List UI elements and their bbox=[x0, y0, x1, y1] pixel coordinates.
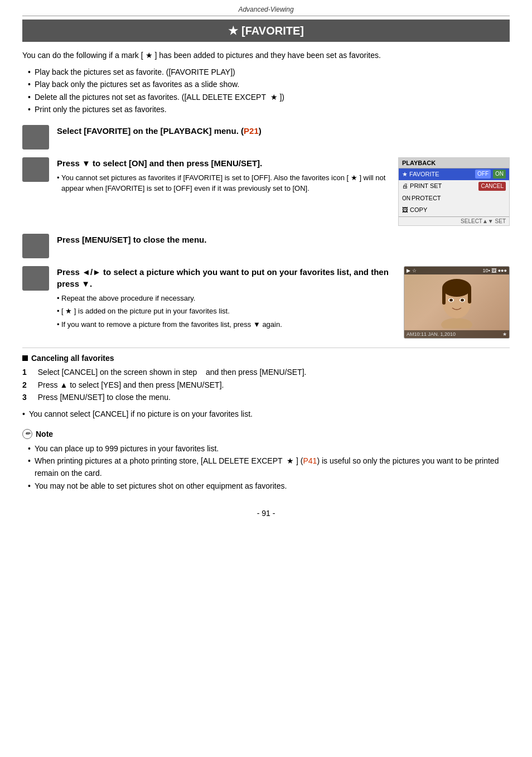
canceling-steps-list: 1 Select [CANCEL] on the screen shown in… bbox=[22, 366, 510, 403]
step2-title: Press ▼ to select [ON] and then press [M… bbox=[57, 157, 389, 169]
menu-item-label: ★ FAVORITE bbox=[402, 170, 475, 180]
step4-left: Press ◄/► to select a picture which you … bbox=[22, 266, 395, 340]
black-square-icon bbox=[22, 355, 28, 361]
step1-link: P21 bbox=[244, 126, 259, 136]
photo-bottom-left: AM10:11 JAN. 1,2010 bbox=[407, 331, 456, 337]
page-header: Advanced-Viewing bbox=[22, 6, 510, 13]
step3-content: Press [MENU/SET] to close the menu. bbox=[57, 234, 510, 249]
list-item: 1 Select [CANCEL] on the screen shown in… bbox=[22, 366, 510, 378]
list-item: 3 Press [MENU/SET] to close the menu. bbox=[22, 391, 510, 403]
menu-item-copy: 🖼 COPY bbox=[399, 204, 509, 216]
note-icon: ✏ bbox=[22, 429, 32, 439]
canceling-section: Canceling all favorites 1 Select [CANCEL… bbox=[22, 354, 510, 420]
step4-content: Press ◄/► to select a picture which you … bbox=[57, 266, 395, 332]
photo-bottom-right: ★ bbox=[502, 331, 507, 337]
section-title: [FAVORITE] bbox=[241, 25, 304, 37]
photo-area: ▶ ☆ 10▪ 🖼 ●●● AM10:11 JAN. 1,2010 ★ bbox=[404, 267, 509, 338]
photo-top-right: 10▪ 🖼 ●●● bbox=[482, 268, 507, 273]
menu-item-on-value: ON bbox=[493, 170, 506, 179]
menu-item-printset: 🖨 PRINT SET CANCEL bbox=[399, 180, 509, 192]
step2-note: You cannot set pictures as favorites if … bbox=[57, 172, 389, 194]
canceling-title-text: Canceling all favorites bbox=[31, 354, 114, 363]
list-item: When printing pictures at a photo printi… bbox=[28, 455, 510, 480]
step1-icon bbox=[22, 125, 49, 150]
svg-point-2 bbox=[442, 279, 471, 297]
list-item: Play back only the pictures set as favor… bbox=[28, 78, 510, 90]
step1-content: Select [FAVORITE] on the [PLAYBACK] menu… bbox=[57, 125, 510, 140]
page-wrapper: Advanced-Viewing ★[FAVORITE] You can do … bbox=[0, 0, 532, 757]
list-item: You may not be able to set pictures shot… bbox=[28, 480, 510, 492]
step2-container: Press ▼ to select [ON] and then press [M… bbox=[22, 157, 510, 226]
face-svg bbox=[434, 276, 479, 329]
photo-bottom: AM10:11 JAN. 1,2010 ★ bbox=[404, 330, 509, 338]
menu-screenshot: PLAYBACK ★ FAVORITE OFF ON 🖨 PRINT SET C… bbox=[398, 157, 510, 226]
step4-note-1: [ ★ ] is added on the picture put in you… bbox=[57, 306, 395, 317]
step4-title: Press ◄/► to select a picture which you … bbox=[57, 266, 395, 290]
protect-prefix: ON bbox=[402, 194, 410, 203]
menu-item-protect: ON PROTECT bbox=[399, 192, 509, 205]
note-section: ✏ Note You can place up to 999 pictures … bbox=[22, 429, 510, 493]
step4-note-0: Repeat the above procedure if necessary. bbox=[57, 293, 395, 304]
menu-header: PLAYBACK bbox=[399, 158, 509, 168]
p41-link: P41 bbox=[303, 456, 317, 465]
step2-content: Press ▼ to select [ON] and then press [M… bbox=[57, 157, 389, 196]
title-star-icon: ★ bbox=[228, 25, 238, 37]
list-item: You can place up to 999 pictures in your… bbox=[28, 442, 510, 455]
menu-item-cancel-value: CANCEL bbox=[478, 182, 506, 191]
menu-item-label: PROTECT bbox=[412, 194, 506, 204]
step4-block: Press ◄/► to select a picture which you … bbox=[22, 266, 395, 332]
section-divider bbox=[22, 348, 510, 348]
svg-rect-4 bbox=[468, 288, 471, 303]
note-title: ✏ Note bbox=[22, 429, 510, 439]
step2-icon bbox=[22, 157, 49, 182]
step2-block: Press ▼ to select [ON] and then press [M… bbox=[22, 157, 389, 196]
top-divider bbox=[22, 16, 510, 16]
step1-title: Select [FAVORITE] on the [PLAYBACK] menu… bbox=[57, 125, 510, 137]
step4-container: Press ◄/► to select a picture which you … bbox=[22, 266, 510, 340]
list-item: Play back the pictures set as favorite. … bbox=[28, 66, 510, 78]
menu-item-favorite: ★ FAVORITE OFF ON bbox=[399, 168, 509, 181]
camera-screenshot: ▶ ☆ 10▪ 🖼 ●●● AM10:11 JAN. 1,2010 ★ bbox=[404, 266, 510, 339]
list-item: 2 Press ▲ to select [YES] and then press… bbox=[22, 379, 510, 391]
svg-point-8 bbox=[461, 299, 464, 302]
cannot-note: You cannot select [CANCEL] if no picture… bbox=[22, 408, 510, 420]
photo-top-left: ▶ ☆ bbox=[407, 268, 417, 273]
step2-left: Press ▼ to select [ON] and then press [M… bbox=[22, 157, 389, 204]
menu-item-off-value: OFF bbox=[475, 170, 491, 179]
photo-overlay: ▶ ☆ 10▪ 🖼 ●●● bbox=[404, 267, 509, 274]
menu-item-label: 🖼 COPY bbox=[402, 205, 506, 215]
page-number: - 91 - bbox=[22, 509, 510, 518]
intro-bullet-list: Play back the pictures set as favorite. … bbox=[22, 66, 510, 116]
list-item: Delete all the pictures not set as favor… bbox=[28, 91, 510, 103]
note-bullets: You can place up to 999 pictures in your… bbox=[22, 442, 510, 493]
step3-block: Press [MENU/SET] to close the menu. bbox=[22, 234, 510, 258]
step4-note-2: If you want to remove a picture from the… bbox=[57, 319, 395, 330]
svg-point-7 bbox=[449, 299, 453, 302]
svg-rect-3 bbox=[442, 288, 446, 305]
intro-text: You can do the following if a mark [ ★ ]… bbox=[22, 50, 510, 61]
step1-block: Select [FAVORITE] on the [PLAYBACK] menu… bbox=[22, 125, 510, 150]
canceling-title: Canceling all favorites bbox=[22, 354, 510, 363]
section-title-bar: ★[FAVORITE] bbox=[22, 20, 510, 42]
menu-footer: SELECT▲▼ SET bbox=[399, 216, 509, 225]
step3-icon bbox=[22, 234, 49, 258]
note-title-text: Note bbox=[36, 430, 53, 438]
step3-title: Press [MENU/SET] to close the menu. bbox=[57, 234, 510, 245]
step4-icon bbox=[22, 266, 49, 291]
list-item: Print only the pictures set as favorites… bbox=[28, 103, 510, 115]
menu-item-label: 🖨 PRINT SET bbox=[402, 181, 476, 191]
svg-point-0 bbox=[441, 318, 472, 329]
